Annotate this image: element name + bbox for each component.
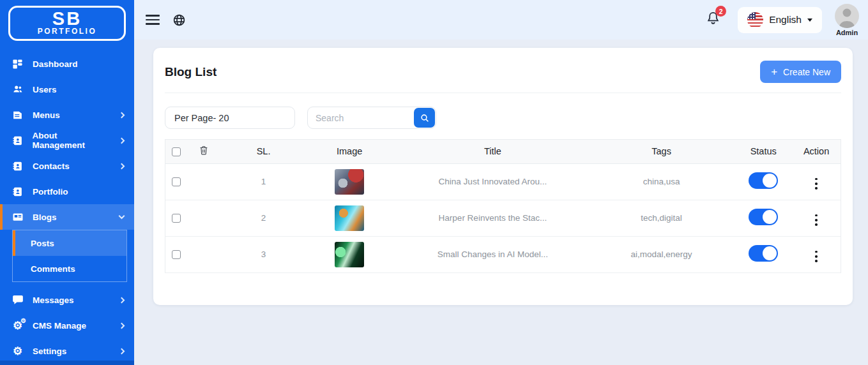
sidebar-item-about-management[interactable]: About Management: [0, 128, 134, 153]
chevron-right-icon: [119, 297, 125, 303]
sidebar-item-label: About Management: [33, 131, 111, 150]
avatar: [835, 4, 859, 28]
sidebar-item-label: Menus: [33, 110, 60, 120]
sidebar-item-contacts[interactable]: Contacts: [0, 153, 134, 179]
language-label: English: [769, 14, 802, 26]
gears-icon: ⚙⚙: [11, 320, 24, 331]
blog-thumbnail: [335, 169, 364, 195]
card-header: Blog List + Create New: [153, 48, 853, 93]
search-input[interactable]: [308, 113, 414, 123]
hamburger-menu-icon[interactable]: [146, 15, 160, 24]
status-toggle[interactable]: [749, 172, 778, 189]
language-selector[interactable]: English: [738, 7, 822, 33]
sidebar-item-label: Settings: [33, 346, 66, 356]
sidebar-item-label: Blogs: [33, 212, 57, 222]
logo-frame: SB PORTFOLIO: [8, 6, 126, 41]
blog-thumbnail: [335, 205, 364, 231]
topbar-right-cluster: 2 English Admin: [705, 4, 859, 36]
contacts-icon: [11, 161, 24, 172]
status-toggle[interactable]: [749, 245, 778, 262]
sidebar-footer-strip: [0, 361, 134, 365]
row-actions-menu[interactable]: [811, 212, 821, 228]
user-label: Admin: [836, 29, 858, 36]
chevron-right-icon: [119, 322, 125, 329]
column-header-image: Image: [301, 140, 397, 163]
chevron-right-icon: [119, 112, 125, 118]
sidebar-item-label: Dashboard: [33, 59, 78, 69]
row-actions-menu[interactable]: [811, 248, 821, 265]
bulk-delete-button[interactable]: [199, 145, 209, 156]
sidebar-item-menus[interactable]: Menus: [0, 102, 134, 128]
row-checkbox[interactable]: [172, 177, 181, 186]
sidebar-item-label: Users: [33, 85, 57, 94]
sidebar-subitem-comments[interactable]: Comments: [13, 256, 126, 281]
sidebar-item-label: CMS Manage: [33, 321, 86, 331]
topbar: 2 English Admin: [134, 0, 868, 40]
status-toggle[interactable]: [749, 209, 778, 225]
row-checkbox[interactable]: [172, 214, 181, 223]
column-header-title: Title: [397, 140, 588, 163]
column-header-action: Action: [792, 140, 841, 163]
chevron-right-icon: [119, 348, 125, 354]
create-new-button[interactable]: + Create New: [760, 61, 841, 83]
blog-tags: tech,digital: [588, 200, 735, 236]
search-icon: [420, 113, 430, 123]
table-header-row: SL. Image Title Tags Status Action: [165, 140, 841, 163]
chevron-down-icon: [119, 213, 125, 220]
blog-title: China Just Innovated Arou...: [397, 163, 588, 200]
globe-icon[interactable]: [172, 13, 186, 27]
blog-tags: ai,modal,energy: [588, 236, 735, 272]
sidebar-item-dashboard[interactable]: Dashboard: [0, 51, 134, 77]
plus-icon: +: [771, 66, 777, 77]
sidebar-item-users[interactable]: Users: [0, 77, 134, 102]
search-button[interactable]: [414, 108, 435, 128]
column-header-status: Status: [735, 140, 792, 163]
column-header-sl: SL.: [225, 140, 302, 163]
app-logo[interactable]: SB PORTFOLIO: [0, 0, 134, 45]
row-sl: 2: [225, 200, 302, 236]
per-page-select[interactable]: Per Page- 20: [165, 107, 295, 129]
sidebar-item-label: Contacts: [33, 161, 70, 171]
trash-icon: [199, 145, 209, 156]
notification-badge: 2: [715, 6, 726, 17]
blog-thumbnail: [335, 242, 364, 267]
blog-title: Small Changes in AI Model...: [397, 236, 588, 272]
sidebar-item-label: Portfolio: [33, 187, 68, 197]
row-checkbox[interactable]: [172, 250, 181, 259]
table-row: 3 Small Changes in AI Model... ai,modal,…: [165, 236, 841, 272]
chevron-right-icon: [119, 138, 125, 144]
table-row: 2 Harper Reinvents the Stac... tech,digi…: [165, 200, 841, 236]
dashboard-icon: [11, 59, 24, 70]
sidebar-nav: Dashboard Users Menus About Management: [0, 51, 134, 364]
row-actions-menu[interactable]: [811, 175, 821, 192]
sidebar-item-label: Comments: [31, 264, 75, 274]
user-menu[interactable]: Admin: [835, 4, 859, 36]
chat-bubble-icon: [11, 294, 24, 306]
filters-row: Per Page- 20: [153, 93, 853, 129]
sidebar-item-blogs[interactable]: Blogs: [0, 204, 134, 230]
us-flag-icon: [747, 12, 763, 28]
blog-tags: china,usa: [588, 163, 735, 200]
select-all-checkbox[interactable]: [172, 147, 181, 156]
sidebar: SB PORTFOLIO Dashboard Users Menus: [0, 0, 134, 365]
gear-icon: ⚙: [11, 346, 24, 357]
portfolio-icon: [11, 186, 24, 197]
blogs-icon: [11, 211, 24, 223]
blog-title: Harper Reinvents the Stac...: [397, 200, 588, 236]
sidebar-subitem-posts[interactable]: Posts: [13, 230, 126, 256]
blog-list-card: Blog List + Create New Per Page- 20: [153, 48, 853, 305]
sidebar-item-label: Messages: [33, 295, 74, 305]
sidebar-item-portfolio[interactable]: Portfolio: [0, 179, 134, 204]
users-icon: [11, 84, 24, 95]
table-row: 1 China Just Innovated Arou... china,usa: [165, 163, 841, 200]
column-header-tags: Tags: [588, 140, 735, 163]
notifications-button[interactable]: 2: [705, 10, 721, 29]
create-new-label: Create New: [783, 67, 830, 77]
sidebar-item-label: Posts: [31, 239, 54, 248]
sidebar-item-cms-manage[interactable]: ⚙⚙ CMS Manage: [0, 313, 134, 338]
menus-icon: [11, 110, 24, 121]
row-sl: 1: [225, 163, 302, 200]
main-content: Blog List + Create New Per Page- 20: [134, 40, 868, 365]
sidebar-item-messages[interactable]: Messages: [0, 287, 134, 313]
chevron-right-icon: [119, 163, 125, 169]
